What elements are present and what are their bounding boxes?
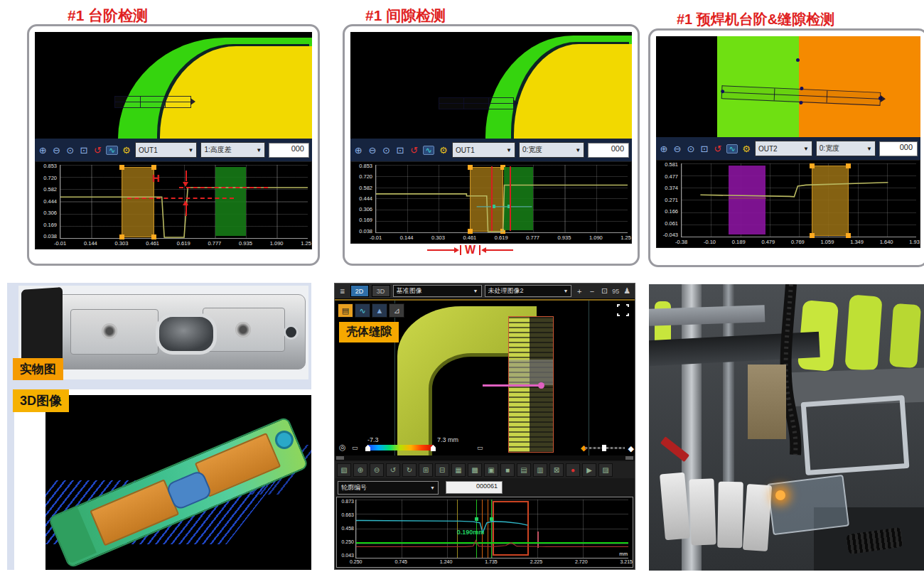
x-axis-tick: 0.777 xyxy=(526,235,539,242)
measure-node[interactable] xyxy=(721,90,724,93)
tool-icon-button[interactable]: ▦ xyxy=(451,463,466,477)
zoom-area-icon[interactable]: ⊕ xyxy=(38,146,48,155)
raw-image-select[interactable]: 未处理图像2▼ xyxy=(485,285,572,297)
tool-icon-button[interactable]: ↻ xyxy=(402,463,417,477)
tool-icon-button[interactable]: ▣ xyxy=(484,463,498,477)
tool-icon-button[interactable]: ▤ xyxy=(517,463,531,477)
settings-gear-icon[interactable]: ⚙ xyxy=(741,144,751,153)
photo-detail-screw xyxy=(102,323,117,339)
height-image-icon[interactable]: ▤ xyxy=(338,303,353,318)
tool-icon-button[interactable]: ⊕ xyxy=(353,463,367,477)
profile-icon[interactable]: ∿ xyxy=(355,303,370,318)
tool-icon-button[interactable]: ■ xyxy=(500,463,515,477)
measure-node[interactable] xyxy=(799,101,802,104)
profile-number-select[interactable]: 轮廓编号▼ xyxy=(338,481,439,495)
y-axis-ticks: 0.5810.4770.3740.2710.1660.061-0.043 xyxy=(658,162,678,238)
result-value-box[interactable]: 000 xyxy=(588,143,629,158)
heightmap-view-step xyxy=(35,32,312,139)
zoom-fit-icon[interactable]: ⊡ xyxy=(79,146,89,155)
measure-box[interactable] xyxy=(114,96,191,108)
profile-number-label: 轮廓编号 xyxy=(341,483,428,492)
zoom-out-icon[interactable]: ⊖ xyxy=(51,146,61,155)
height-colorbar[interactable] xyxy=(367,445,433,450)
range-icon[interactable]: ▭ xyxy=(477,445,483,451)
undo-icon[interactable]: ↺ xyxy=(92,146,102,155)
horizontal-scrollbar[interactable] xyxy=(335,455,635,460)
output-select[interactable]: OUT1▼ xyxy=(452,142,515,158)
zoom-in-icon[interactable]: + xyxy=(574,287,584,296)
menu-icon[interactable]: ≣ xyxy=(338,288,348,295)
threed-part-pad xyxy=(90,479,179,546)
profile-display-icon[interactable]: ∿ xyxy=(726,144,738,153)
real-photo-label: 实物图 xyxy=(13,358,63,380)
peak-icon[interactable]: ▲ xyxy=(372,303,387,318)
zoom-area-icon[interactable]: ⊕ xyxy=(659,144,669,153)
base-image-select[interactable]: 基准图像▼ xyxy=(393,285,482,297)
measure-arrow-icon xyxy=(190,98,195,105)
tool-icon-button[interactable]: ● xyxy=(566,463,580,477)
y-axis-tick: -0.043 xyxy=(663,232,678,238)
angle-icon[interactable]: ⊿ xyxy=(389,303,404,318)
heightmap-orange-band xyxy=(799,36,920,137)
mini-slider-handle[interactable] xyxy=(602,445,606,451)
measure-mode-select[interactable]: 0:宽度▼ xyxy=(519,142,584,158)
view-3d-button[interactable]: 3D xyxy=(372,285,390,297)
measure-mode-select[interactable]: 1:高度差▼ xyxy=(200,142,265,158)
profile-display-icon[interactable]: ∿ xyxy=(106,146,117,155)
panel-title-gap: #1 间隙检测 xyxy=(365,6,446,26)
settings-gear-icon[interactable]: ⚙ xyxy=(438,146,448,155)
result-value-box[interactable]: 000 xyxy=(879,141,918,156)
range-icon[interactable]: ▭ xyxy=(352,445,358,451)
zoom-select-icon[interactable]: ⊙ xyxy=(686,144,696,153)
tool-icon-button[interactable]: ▩ xyxy=(468,463,482,477)
measure-box[interactable] xyxy=(439,97,514,109)
user-icon[interactable]: ♟ xyxy=(622,286,632,296)
zoom-out-icon[interactable]: ⊖ xyxy=(672,144,682,153)
zoom-out-icon[interactable]: ⊖ xyxy=(367,146,378,155)
profile-number-value[interactable]: 000061 xyxy=(446,481,503,494)
zoom-area-icon[interactable]: ⊕ xyxy=(353,146,364,155)
tool-icon-button[interactable]: ⊞ xyxy=(419,463,433,477)
fit-view-icon[interactable]: ⊡ xyxy=(600,286,610,296)
output-select[interactable]: OUT1▼ xyxy=(135,142,197,158)
y-axis-tick: 0.169 xyxy=(359,217,372,223)
zoom-out-icon[interactable]: − xyxy=(587,287,597,296)
zoom-select-icon[interactable]: ⊙ xyxy=(381,146,392,155)
tool-icon-button[interactable]: ⊖ xyxy=(370,463,384,477)
zoom-fit-icon[interactable]: ⊡ xyxy=(699,144,709,153)
y-axis-tick: 0.043 xyxy=(341,553,354,558)
scale-min-label: -7.3 xyxy=(367,437,379,443)
arrow-up-icon xyxy=(183,200,188,205)
measure-node[interactable] xyxy=(800,87,803,90)
y-axis-tick: 0.250 xyxy=(341,539,354,544)
x-axis-tick: -0.01 xyxy=(370,235,382,242)
x-axis-tick: 0.303 xyxy=(115,241,129,248)
tool-icon-button[interactable]: ↺ xyxy=(386,463,400,477)
settings-gear-icon[interactable]: ⚙ xyxy=(122,146,131,155)
output-select[interactable]: OUT2▼ xyxy=(755,141,812,156)
y-axis-tick: 0.166 xyxy=(665,209,678,215)
photo-aluminum-frame xyxy=(800,395,908,475)
tool-icon-button[interactable]: ⊟ xyxy=(435,463,449,477)
mini-slider[interactable] xyxy=(585,447,625,449)
profile-display-icon[interactable]: ∿ xyxy=(423,146,435,155)
viewer-3d-canvas[interactable]: ▤ ∿ ▲ ⊿ 壳体缝隙 ◎ ▭ -7.3 7.3 mm ▭ ◆ ◆ xyxy=(335,299,635,455)
undo-icon[interactable]: ↺ xyxy=(713,144,723,153)
tool-icon-button[interactable]: ⊠ xyxy=(549,463,564,477)
target-icon[interactable]: ◎ xyxy=(339,443,346,451)
measure-box-midline xyxy=(115,102,190,102)
zoom-fit-icon[interactable]: ⊡ xyxy=(395,146,406,155)
tool-icon-button[interactable]: ▨ xyxy=(598,463,613,477)
undo-icon[interactable]: ↺ xyxy=(409,146,419,155)
x-axis-tick: 1.25 xyxy=(301,241,311,248)
view-2d-button[interactable]: 2D xyxy=(350,285,369,297)
tool-icon-button[interactable]: ▧ xyxy=(337,463,351,477)
tool-icon-button[interactable]: ▥ xyxy=(533,463,547,477)
zoom-select-icon[interactable]: ⊙ xyxy=(65,146,75,155)
white-diamond-icon[interactable]: ◆ xyxy=(628,445,634,453)
tool-icon-button[interactable]: ▶ xyxy=(582,463,596,477)
x-axis-tick: 0.935 xyxy=(558,235,571,242)
fullscreen-icon[interactable] xyxy=(617,304,629,316)
result-value-box[interactable]: 000 xyxy=(269,143,309,158)
measure-mode-select[interactable]: 0:宽度▼ xyxy=(816,141,876,156)
